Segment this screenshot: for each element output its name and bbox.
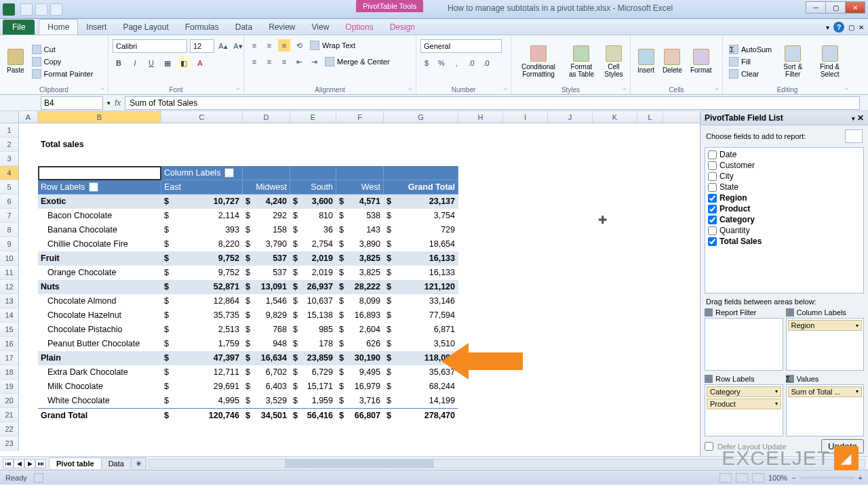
shrink-font-icon[interactable]: A▾ — [232, 40, 244, 52]
window-restore-icon[interactable]: ▢ — [848, 24, 854, 31]
pivot-value[interactable]: $4,240 — [243, 195, 290, 209]
pivot-value[interactable]: $537 — [243, 251, 290, 266]
tab-data[interactable]: Data — [227, 20, 260, 35]
pivot-value[interactable]: $2,019 — [290, 266, 336, 280]
pivot-value[interactable]: $33,146 — [384, 294, 458, 308]
pivot-value[interactable]: $3,890 — [336, 237, 384, 251]
pivot-row-label[interactable]: Extra Dark Chocolate — [38, 365, 161, 380]
pivot-col-header[interactable]: Grand Total — [384, 180, 458, 195]
pivot-value[interactable]: $16,133 — [384, 251, 458, 266]
pivot-value[interactable]: $8,220 — [161, 237, 243, 251]
pivot-value[interactable]: $4,995 — [161, 394, 243, 408]
align-center-icon[interactable]: ≡ — [263, 56, 275, 68]
field-checkbox[interactable] — [708, 183, 717, 192]
pivot-value[interactable]: $9,829 — [243, 308, 290, 323]
pivot-value[interactable]: $2,019 — [290, 251, 336, 266]
row-header[interactable]: 10 — [0, 251, 19, 266]
maximize-button[interactable]: ▢ — [825, 1, 846, 14]
pivot-value[interactable]: $29,691 — [161, 380, 243, 394]
align-bottom-icon[interactable]: ≡ — [278, 39, 290, 52]
fill-button[interactable]: Fill — [727, 56, 774, 67]
pivot-col-header[interactable]: South — [290, 180, 336, 195]
field-list-box[interactable]: DateCustomerCityStateRegionProductCatego… — [705, 147, 864, 293]
orientation-icon[interactable]: ⟲ — [293, 39, 305, 52]
select-all-corner[interactable] — [0, 111, 19, 123]
row-header[interactable]: 8 — [0, 223, 19, 237]
macro-record-icon[interactable] — [34, 473, 43, 483]
pivot-value[interactable]: $810 — [290, 209, 336, 223]
area-field-pill[interactable]: Sum of Total ...▾ — [788, 386, 863, 397]
area-column-labels[interactable]: Column Labels Region▾ — [786, 307, 865, 371]
defer-update-checkbox[interactable] — [705, 442, 713, 451]
pivot-value[interactable]: $3,790 — [243, 237, 290, 251]
window-close-workbook-icon[interactable]: ✕ — [859, 24, 864, 31]
zoom-level[interactable]: 100% — [768, 474, 787, 482]
row-header[interactable]: 7 — [0, 209, 19, 223]
field-list-item[interactable]: Region — [707, 192, 862, 203]
sheet-first-icon[interactable]: ⏮ — [3, 459, 14, 468]
col-header[interactable]: I — [503, 111, 548, 123]
pivot-row-label[interactable]: White Chocolate — [38, 394, 161, 408]
tab-review[interactable]: Review — [260, 20, 303, 35]
pivot-value[interactable]: $626 — [336, 337, 384, 351]
font-color-button[interactable]: A — [194, 57, 206, 69]
sheet-prev-icon[interactable]: ◀ — [14, 459, 24, 468]
field-checkbox[interactable] — [708, 237, 717, 246]
field-list-layout-button[interactable] — [845, 129, 863, 143]
row-header[interactable]: 21 — [0, 408, 19, 422]
pivot-value[interactable]: $6,729 — [290, 365, 336, 380]
autosum-button[interactable]: ΣAutoSum — [727, 44, 774, 55]
number-format-select[interactable] — [420, 39, 502, 53]
field-checkbox[interactable] — [708, 150, 717, 159]
close-button[interactable]: ✕ — [845, 1, 865, 14]
file-tab[interactable]: File — [3, 20, 35, 35]
pivot-value[interactable]: $1,546 — [243, 294, 290, 308]
zoom-out-icon[interactable]: − — [791, 474, 795, 482]
pivot-value[interactable]: $14,199 — [384, 394, 458, 408]
sheet-tab-active[interactable]: Pivot table — [49, 458, 102, 469]
conditional-formatting-button[interactable]: Conditional Formatting — [515, 44, 561, 79]
pivot-value[interactable]: $292 — [243, 209, 290, 223]
pivot-value[interactable]: $3,529 — [243, 394, 290, 408]
indent-dec-icon[interactable]: ⇤ — [293, 56, 305, 68]
find-select-button[interactable]: Find & Select — [812, 44, 848, 79]
pivot-value[interactable]: $158 — [243, 223, 290, 237]
pivot-value[interactable]: $120,746 — [161, 408, 243, 422]
pivot-row-label[interactable]: Milk Chocolate — [38, 380, 161, 394]
clear-button[interactable]: Clear — [727, 68, 774, 79]
row-header[interactable]: 1 — [0, 123, 19, 138]
pivot-value[interactable]: $538 — [336, 209, 384, 223]
area-field-pill[interactable]: Product▾ — [707, 399, 781, 409]
pivot-value[interactable]: $6,871 — [384, 323, 458, 337]
row-header[interactable]: 5 — [0, 180, 19, 195]
pivot-value[interactable]: $6,403 — [243, 380, 290, 394]
pivot-value[interactable]: $4,571 — [336, 195, 384, 209]
pivot-col-header[interactable]: West — [336, 180, 384, 195]
delete-cells-button[interactable]: Delete — [660, 47, 685, 75]
pivot-value[interactable]: $23,859 — [290, 351, 336, 365]
format-cells-button[interactable]: Format — [688, 47, 715, 75]
field-list-dropdown-icon[interactable]: ▾ — [852, 115, 855, 122]
col-header[interactable]: H — [458, 111, 503, 123]
pivot-value[interactable]: $18,654 — [384, 237, 458, 251]
row-header[interactable]: 18 — [0, 365, 19, 380]
chevron-down-icon[interactable]: ▾ — [856, 388, 859, 394]
zoom-in-icon[interactable]: + — [859, 474, 863, 482]
pivot-value[interactable]: $6,702 — [243, 365, 290, 380]
pivot-corner[interactable]: Sum of Total Sales — [38, 166, 161, 180]
pivot-value[interactable]: $948 — [243, 337, 290, 351]
percent-icon[interactable]: % — [435, 57, 448, 69]
italic-button[interactable]: I — [129, 57, 141, 69]
pivot-value[interactable]: $12,864 — [161, 294, 243, 308]
field-checkbox[interactable] — [708, 216, 717, 224]
chevron-down-icon[interactable]: ▾ — [775, 388, 778, 394]
border-button[interactable]: ▦ — [161, 57, 174, 69]
field-checkbox[interactable] — [708, 172, 717, 181]
pivot-value[interactable]: $66,807 — [336, 408, 384, 422]
row-header[interactable]: 15 — [0, 323, 19, 337]
save-icon[interactable] — [20, 3, 33, 16]
pivot-row-label[interactable]: Plain — [38, 351, 161, 365]
field-list-item[interactable]: Customer — [707, 160, 862, 171]
pivot-row-label[interactable]: Banana Chocolate — [38, 223, 161, 237]
pivot-value[interactable]: $393 — [161, 223, 243, 237]
